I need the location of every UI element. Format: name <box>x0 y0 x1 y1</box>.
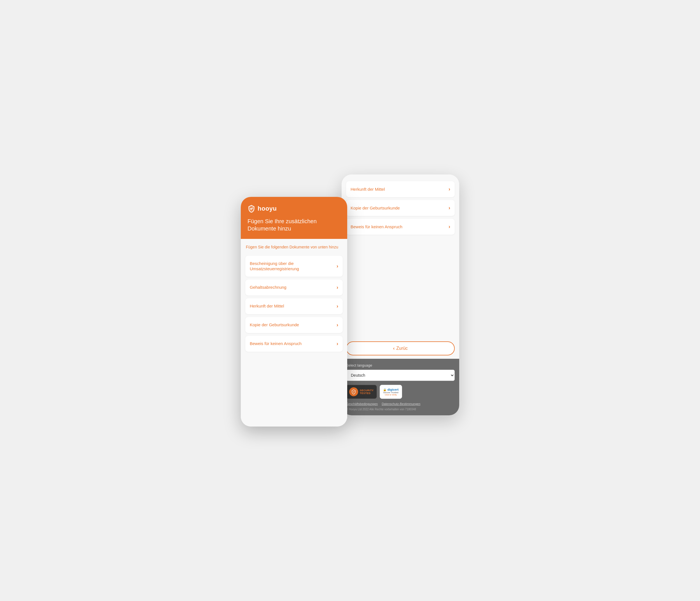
doc-item-3[interactable]: Herkunft der Mittel › <box>245 298 343 314</box>
chevron-right-icon-3: › <box>336 303 338 309</box>
doc-label-3: Herkunft der Mittel <box>250 303 334 309</box>
doc-label-4: Kopie der Geburtsurkunde <box>250 322 334 328</box>
footer-lang-label: Select language <box>346 363 455 368</box>
phone-body: Fügen Sie die folgenden Dokumente von un… <box>241 239 347 427</box>
doc-label-5: Beweis für keinen Anspruch <box>250 341 334 346</box>
back-btn-label: Zurüc <box>396 346 408 351</box>
chevron-right-icon-5: › <box>336 341 338 347</box>
chevron-right-icon-b2: › <box>449 205 450 211</box>
chevron-right-icon-1: › <box>336 263 338 269</box>
back-doc-item-2[interactable]: Kopie der Geburtsurkunde › <box>346 200 455 216</box>
footer-links: Geschäftsbedingungen Datenschutz-Bestimm… <box>346 402 455 405</box>
body-subtitle: Fügen Sie die folgenden Dokumente von un… <box>245 243 343 251</box>
back-doc-label-1: Herkunft der Mittel <box>351 186 446 192</box>
terms-link[interactable]: Geschäftsbedingungen <box>346 402 378 405</box>
hooyu-brand-name: hooyu <box>257 205 277 212</box>
chevron-right-icon-b1: › <box>449 186 450 192</box>
digicert-top: 🔒 digicert <box>383 388 399 391</box>
chevron-left-icon: ‹ <box>393 346 395 351</box>
doc-item-1[interactable]: Bescheinigung über die Umsatzsteuerregis… <box>245 256 343 277</box>
digicert-verify: Click to Verify <box>385 394 397 396</box>
security-tested-badge[interactable]: SECURITY TESTED <box>346 385 377 399</box>
hooyu-shield-icon <box>248 205 255 212</box>
security-text: SECURITY TESTED <box>360 389 374 395</box>
back-doc-item-1[interactable]: Herkunft der Mittel › <box>346 181 455 197</box>
scene: Herkunft der Mittel › Kopie der Geburtsu… <box>241 174 459 427</box>
chevron-right-icon-b3: › <box>449 224 450 230</box>
back-doc-label-2: Kopie der Geburtsurkunde <box>351 205 446 211</box>
phone-header: hooyu Fügen Sie Ihre zusätzlichen Dokume… <box>241 197 347 239</box>
doc-label-1: Bescheinigung über die Umsatzsteuerregis… <box>250 261 334 272</box>
doc-item-5[interactable]: Beweis für keinen Anspruch › <box>245 336 343 352</box>
security-shield-icon <box>349 387 358 396</box>
chevron-right-icon-4: › <box>336 322 338 328</box>
doc-label-2: Gehaltsabrechnung <box>250 284 334 290</box>
digicert-icon: 🔒 <box>383 388 386 391</box>
back-button-area: ‹ Zurüc <box>342 338 459 359</box>
digicert-tagline: Secure Trusted <box>383 391 398 394</box>
back-phone-body: Herkunft der Mittel › Kopie der Geburtsu… <box>342 174 459 338</box>
phone-footer: Select language Deutsch English Français… <box>342 359 459 415</box>
security-text-main: SECURITY <box>360 389 374 392</box>
privacy-link[interactable]: Datenschutz-Bestimmungen <box>382 402 420 405</box>
digicert-badge[interactable]: 🔒 digicert Secure Trusted Click to Verif… <box>380 385 402 399</box>
phone-back: Herkunft der Mittel › Kopie der Geburtsu… <box>342 174 459 415</box>
digicert-name: digicert <box>388 388 399 391</box>
language-select[interactable]: Deutsch English Français Español <box>346 370 455 381</box>
footer-copyright: © Hooyu Ltd 2022 Alle Rechte vorbehalten… <box>346 408 455 411</box>
hooyu-logo: hooyu <box>248 205 341 212</box>
phone-front: hooyu Fügen Sie Ihre zusätzlichen Dokume… <box>241 197 347 427</box>
doc-item-2[interactable]: Gehaltsabrechnung › <box>245 279 343 296</box>
chevron-right-icon-2: › <box>336 284 338 291</box>
back-doc-item-3[interactable]: Beweis für keinen Anspruch › <box>346 219 455 235</box>
back-top-items: Herkunft der Mittel › Kopie der Geburtsu… <box>346 179 455 235</box>
back-doc-label-3: Beweis für keinen Anspruch <box>351 224 446 230</box>
security-text-sub: TESTED <box>360 392 374 395</box>
doc-item-4[interactable]: Kopie der Geburtsurkunde › <box>245 317 343 333</box>
phone-header-title: Fügen Sie Ihre zusätzlichen Dokumente hi… <box>248 218 341 232</box>
back-button[interactable]: ‹ Zurüc <box>346 342 455 355</box>
footer-badges: SECURITY TESTED 🔒 digicert Secure Truste… <box>346 385 455 399</box>
